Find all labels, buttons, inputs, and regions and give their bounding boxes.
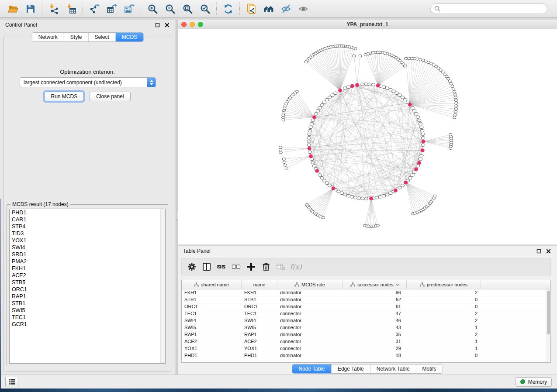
network-node[interactable] (376, 224, 379, 227)
network-node[interactable] (416, 116, 419, 118)
export-image-button[interactable] (121, 2, 138, 16)
network-node[interactable] (416, 165, 419, 167)
refresh-button[interactable] (219, 2, 237, 16)
network-node[interactable] (413, 110, 416, 112)
optimization-criterion-dropdown[interactable]: largest connected component (undirected) (20, 77, 156, 87)
network-node[interactable] (451, 85, 454, 88)
network-node[interactable] (433, 195, 436, 197)
network-from-selection-button[interactable] (242, 2, 260, 16)
network-node[interactable] (453, 93, 457, 96)
network-node[interactable] (282, 158, 285, 160)
network-node[interactable] (385, 87, 389, 89)
network-node[interactable] (401, 96, 404, 99)
create-column-button[interactable] (244, 260, 259, 273)
zoom-fit-button[interactable] (179, 2, 196, 16)
network-node[interactable] (361, 83, 364, 86)
mcds-network-node[interactable] (308, 147, 311, 151)
table-row[interactable]: PHD1PHD1dominator180 (182, 352, 550, 359)
network-node[interactable] (311, 161, 315, 164)
run-mcds-button[interactable]: Run MCDS (44, 92, 84, 101)
mcds-result-item[interactable]: SWI5 (10, 307, 165, 314)
network-node[interactable] (322, 101, 326, 103)
network-node[interactable] (420, 154, 423, 157)
network-node[interactable] (346, 194, 350, 197)
mcds-result-item[interactable]: ORC1 (10, 286, 165, 293)
mcds-network-node[interactable] (414, 167, 418, 171)
mcds-network-node[interactable] (332, 186, 336, 190)
table-row[interactable]: SWI5SWI5connector431 (182, 324, 550, 331)
network-node[interactable] (307, 140, 311, 143)
network-node[interactable] (452, 88, 455, 90)
zoom-in-button[interactable] (144, 2, 161, 16)
mcds-result-item[interactable]: STB5 (10, 279, 165, 286)
network-node[interactable] (353, 55, 356, 57)
network-node[interactable] (307, 137, 311, 139)
network-node[interactable] (455, 102, 458, 104)
network-node[interactable] (385, 193, 389, 196)
open-file-button[interactable] (4, 2, 22, 16)
network-node[interactable] (314, 113, 318, 115)
table-row[interactable]: RAP1RAP1dominator352 (182, 331, 550, 338)
network-node[interactable] (285, 167, 288, 169)
network-node[interactable] (318, 174, 322, 176)
table-row[interactable]: FKH1FKH1dominator962 (182, 289, 550, 296)
network-node[interactable] (418, 119, 421, 122)
table-row[interactable]: STB1STB1dominator620 (182, 296, 550, 303)
mcds-result-item[interactable]: RAP1 (10, 293, 165, 300)
zoom-selected-button[interactable] (196, 2, 214, 16)
hide-selected-button[interactable] (277, 2, 295, 16)
table-row[interactable]: ORC1ORC1dominator610 (182, 303, 550, 310)
network-node[interactable] (395, 92, 398, 94)
network-node[interactable] (283, 161, 286, 164)
table-row[interactable]: SWI4SWI4dominator462 (182, 317, 550, 324)
network-node[interactable] (343, 87, 347, 89)
mcds-result-item[interactable]: SRD1 (10, 251, 165, 258)
network-node[interactable] (450, 83, 453, 85)
mcds-result-item[interactable]: ACE2 (10, 272, 165, 279)
network-node[interactable] (398, 186, 401, 189)
network-node[interactable] (308, 133, 311, 135)
network-node[interactable] (346, 86, 350, 88)
mcds-network-node[interactable] (417, 161, 421, 165)
mcds-network-node[interactable] (421, 148, 425, 152)
mcds-network-node[interactable] (312, 115, 316, 119)
network-node[interactable] (454, 108, 457, 110)
network-node[interactable] (382, 194, 385, 197)
mcds-result-list[interactable]: PHD1CAR1STP4TID3YOX1SWI4SRD1PMA2FKH1ACE2… (9, 209, 166, 364)
network-node[interactable] (392, 90, 395, 93)
network-node[interactable] (328, 184, 331, 187)
network-node[interactable] (340, 192, 343, 194)
search-input[interactable] (443, 6, 543, 12)
log-console-button[interactable] (5, 377, 18, 387)
network-node[interactable] (359, 55, 362, 57)
mcds-network-node[interactable] (338, 89, 342, 93)
network-node[interactable] (421, 129, 424, 132)
network-node[interactable] (371, 83, 375, 86)
network-node[interactable] (411, 174, 414, 176)
column-header-MCDS-role[interactable]: MCDS role (277, 280, 343, 289)
network-node[interactable] (415, 113, 418, 115)
mcds-network-node[interactable] (422, 140, 426, 144)
mcds-network-node[interactable] (315, 169, 319, 173)
network-node[interactable] (379, 196, 382, 198)
mcds-result-item[interactable]: GCR1 (10, 321, 165, 328)
network-node[interactable] (449, 134, 452, 136)
network-node[interactable] (316, 110, 319, 112)
show-all-button[interactable] (295, 2, 312, 16)
delete-column-button[interactable] (259, 260, 273, 273)
network-node[interactable] (310, 122, 313, 125)
mcds-list-scrollbar[interactable] (160, 209, 165, 363)
network-node[interactable] (408, 176, 412, 179)
network-node[interactable] (453, 116, 456, 119)
tab-style[interactable]: Style (64, 33, 88, 41)
network-node[interactable] (454, 110, 457, 113)
show-columns-button[interactable] (199, 260, 214, 273)
network-node[interactable] (422, 137, 425, 139)
network-node[interactable] (322, 216, 325, 219)
network-node[interactable] (309, 126, 312, 128)
network-node[interactable] (337, 190, 340, 193)
close-panel-button[interactable] (163, 22, 170, 28)
first-neighbors-button[interactable] (260, 2, 277, 16)
scrollbar-thumb[interactable] (547, 291, 550, 334)
select-all-columns-button[interactable] (214, 260, 229, 273)
